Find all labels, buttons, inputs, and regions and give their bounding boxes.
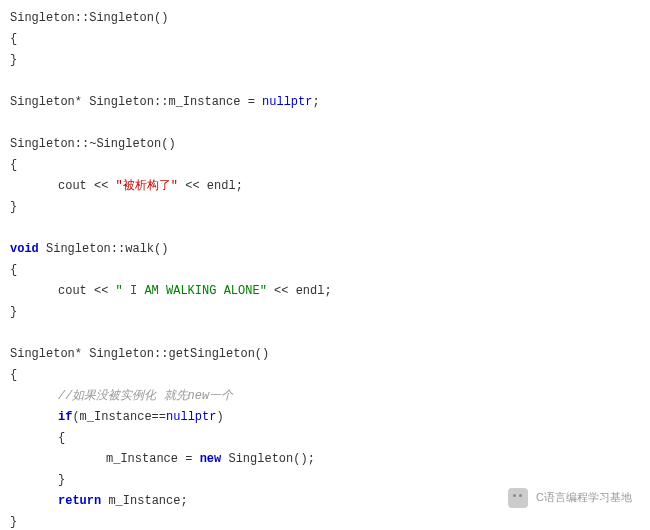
code-line: {: [10, 155, 650, 176]
code-line: m_Instance = new Singleton();: [10, 449, 650, 470]
wechat-icon: [508, 488, 528, 508]
blank-line: [10, 218, 650, 239]
code-line: }: [10, 302, 650, 323]
code-line: void Singleton::walk(): [10, 239, 650, 260]
code-line: }: [10, 197, 650, 218]
code-line: {: [10, 260, 650, 281]
watermark-text: C语言编程学习基地: [536, 487, 632, 508]
code-line: {: [10, 29, 650, 50]
code-comment: //如果没被实例化 就先new一个: [10, 386, 650, 407]
code-line: Singleton* Singleton::getSingleton(): [10, 344, 650, 365]
blank-line: [10, 71, 650, 92]
code-line: cout << "被析构了" << endl;: [10, 176, 650, 197]
code-line: Singleton::Singleton(): [10, 8, 650, 29]
code-line: Singleton::~Singleton(): [10, 134, 650, 155]
code-line: {: [10, 428, 650, 449]
code-line: if(m_Instance==nullptr): [10, 407, 650, 428]
code-line: {: [10, 365, 650, 386]
blank-line: [10, 113, 650, 134]
code-line: }: [10, 50, 650, 71]
code-line: }: [10, 512, 650, 530]
code-line: Singleton* Singleton::m_Instance = nullp…: [10, 92, 650, 113]
watermark: C语言编程学习基地: [508, 487, 632, 508]
blank-line: [10, 323, 650, 344]
code-line: cout << " I AM WALKING ALONE" << endl;: [10, 281, 650, 302]
